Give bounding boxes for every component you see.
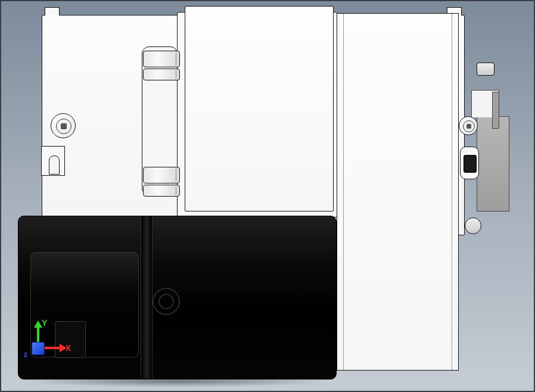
motor-end-cap bbox=[30, 252, 139, 357]
left-side-slot bbox=[41, 146, 65, 176]
standoff-top-b bbox=[143, 69, 180, 80]
standoff-top-a bbox=[143, 51, 180, 67]
right-pin-top bbox=[477, 63, 494, 76]
servo-motor[interactable] bbox=[18, 216, 337, 379]
center-raised-panel[interactable] bbox=[185, 6, 334, 211]
standoff-bottom-a bbox=[143, 167, 180, 183]
motor-connector bbox=[55, 321, 86, 358]
right-grey-bracket[interactable] bbox=[477, 116, 509, 211]
right-slot-plug[interactable] bbox=[464, 155, 477, 173]
right-bolt[interactable] bbox=[459, 116, 478, 135]
left-bolt[interactable] bbox=[51, 113, 76, 138]
right-pin-round bbox=[465, 217, 481, 234]
top-notch-left bbox=[45, 7, 60, 15]
cad-viewport[interactable]: Y X z bbox=[0, 0, 535, 392]
motor-port-ring bbox=[153, 288, 180, 315]
standoff-bottom-b bbox=[143, 185, 180, 197]
motor-shadow bbox=[24, 375, 328, 387]
motor-clamp-ring bbox=[141, 216, 153, 379]
front-vertical-plate[interactable] bbox=[337, 13, 459, 371]
